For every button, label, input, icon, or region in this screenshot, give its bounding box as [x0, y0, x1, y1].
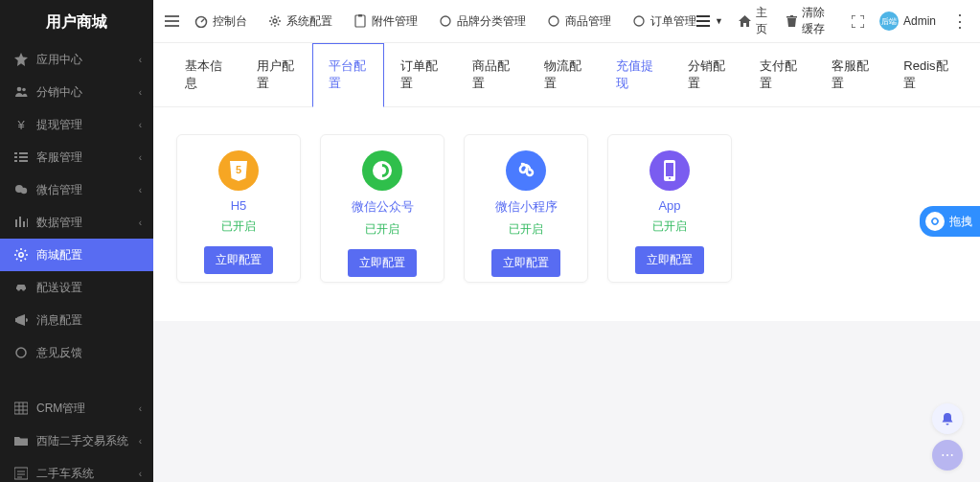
menu-dots-icon[interactable]: ⋮ — [951, 11, 969, 32]
sidebar-item-2[interactable]: ¥提现管理‹ — [0, 108, 153, 141]
yen-icon: ¥ — [13, 118, 29, 131]
svg-point-6 — [16, 348, 26, 357]
sidebar-item-3[interactable]: 客服管理‹ — [0, 141, 153, 173]
card-status: 已开启 — [509, 221, 543, 238]
topnav-item-3[interactable]: 品牌分类管理 — [439, 13, 526, 30]
tab-5[interactable]: 物流配置 — [528, 43, 600, 106]
bars-icon — [13, 216, 29, 229]
card-title: 微信公众号 — [352, 198, 414, 216]
topnav-item-4[interactable]: 商品管理 — [547, 13, 611, 30]
svg-text:5: 5 — [236, 164, 241, 175]
topnav-label: 系统配置 — [286, 13, 332, 30]
user-name: Admin — [903, 14, 936, 28]
platform-card-1: 微信公众号已开启立即配置 — [320, 134, 444, 283]
wechat-icon — [13, 183, 29, 196]
circleo-icon — [547, 14, 560, 28]
chevron-left-icon: ‹ — [139, 55, 142, 65]
sidebar-item-7[interactable]: 配送设置 — [0, 271, 153, 304]
tab-3[interactable]: 订单配置 — [384, 43, 456, 106]
sidebar-item-label: CRM管理 — [36, 401, 85, 417]
user-menu[interactable]: 后端 Admin — [879, 11, 936, 31]
tab-7[interactable]: 分销配置 — [672, 43, 743, 106]
users-icon — [13, 85, 29, 99]
tab-4[interactable]: 商品配置 — [456, 43, 528, 106]
sidebar-item-label: 客服管理 — [36, 149, 82, 166]
avatar: 后端 — [879, 11, 899, 31]
list-toggle-button[interactable]: ▼ — [696, 15, 723, 27]
svg-point-1 — [22, 88, 26, 92]
list-icon — [13, 150, 29, 164]
svg-point-13 — [441, 16, 450, 26]
content-area: 基本信息用户配置平台配置订单配置商品配置物流配置充值提现分销配置支付配置客服配置… — [153, 43, 980, 482]
hamburger-icon[interactable] — [165, 15, 179, 27]
platform-card-2: 微信小程序已开启立即配置 — [464, 134, 588, 283]
home-label: 主页 — [756, 5, 771, 37]
h5-icon: 5 — [218, 150, 259, 191]
sidebar-item-5[interactable]: 数据管理‹ — [0, 206, 153, 239]
clear-cache-button[interactable]: 清除缓存 — [786, 5, 836, 37]
topnav-label: 商品管理 — [565, 13, 611, 30]
configure-button[interactable]: 立即配置 — [204, 246, 273, 274]
sidebar-item-8[interactable]: 消息配置 — [0, 304, 153, 336]
chevron-left-icon: ‹ — [139, 120, 142, 130]
configure-button[interactable]: 立即配置 — [635, 246, 704, 274]
topnav-item-2[interactable]: 附件管理 — [353, 13, 418, 30]
grid-icon — [13, 402, 29, 415]
chevron-left-icon: ‹ — [139, 403, 142, 414]
link-icon — [925, 212, 945, 231]
cogs-icon — [13, 248, 29, 262]
clear-cache-label: 清除缓存 — [802, 5, 836, 37]
clip-icon — [353, 14, 367, 28]
circleo-icon — [439, 14, 452, 28]
home-link[interactable]: 主页 — [739, 5, 771, 37]
mini-icon — [506, 150, 546, 191]
chevron-left-icon: ‹ — [139, 87, 142, 98]
sidebar-item-11[interactable]: 西陆二手交易系统‹ — [0, 425, 153, 457]
sidebar: 用户商城 应用中心‹分销中心‹¥提现管理‹客服管理‹微信管理‹数据管理‹商城配置… — [0, 0, 153, 482]
sidebar-item-0[interactable]: 应用中心‹ — [0, 43, 153, 76]
notification-bell-button[interactable] — [932, 403, 963, 434]
tab-0[interactable]: 基本信息 — [169, 43, 240, 106]
drag-float-tag[interactable]: 拖拽 — [920, 206, 980, 237]
topnav-label: 附件管理 — [372, 13, 418, 30]
platform-card-3: App已开启立即配置 — [607, 134, 732, 283]
sidebar-item-label: 配送设置 — [36, 280, 82, 296]
sidebar-item-6[interactable]: 商城配置 — [0, 239, 153, 271]
sidebar-item-9[interactable]: 意见反馈 — [0, 336, 153, 369]
svg-rect-22 — [666, 163, 673, 176]
tab-2[interactable]: 平台配置 — [312, 43, 384, 107]
sidebar-item-label: 数据管理 — [36, 215, 82, 231]
sidebar-item-label: 二手车系统 — [36, 466, 94, 482]
card-title: App — [658, 198, 680, 213]
tab-1[interactable]: 用户配置 — [240, 43, 312, 106]
card-title: 微信小程序 — [495, 198, 558, 216]
svg-point-0 — [17, 87, 22, 92]
configure-button[interactable]: 立即配置 — [491, 249, 560, 277]
expand-icon[interactable] — [852, 15, 864, 28]
chat-float-button[interactable]: ⋯ — [932, 440, 963, 471]
list2-icon — [13, 467, 29, 480]
sidebar-item-label: 商城配置 — [36, 247, 82, 264]
sidebar-item-4[interactable]: 微信管理‹ — [0, 173, 153, 206]
sidebar-item-12[interactable]: 二手车系统‹ — [0, 457, 153, 482]
svg-point-14 — [549, 16, 558, 26]
sidebar-item-10[interactable]: CRM管理‹ — [0, 392, 153, 425]
svg-point-4 — [21, 188, 27, 194]
configure-button[interactable]: 立即配置 — [348, 249, 417, 277]
trash-icon — [786, 15, 797, 27]
topnav-item-1[interactable]: 系统配置 — [268, 13, 332, 30]
tab-8[interactable]: 支付配置 — [743, 43, 815, 106]
sidebar-item-label: 微信管理 — [36, 182, 82, 198]
svg-text:¥: ¥ — [16, 118, 25, 131]
tab-10[interactable]: Redis配置 — [887, 43, 965, 106]
topnav-item-0[interactable]: 控制台 — [194, 13, 247, 30]
home-icon — [739, 15, 751, 27]
sidebar-item-label: 应用中心 — [36, 52, 82, 68]
tab-6[interactable]: 充值提现 — [600, 43, 672, 106]
topnav-label: 品牌分类管理 — [457, 13, 526, 30]
tab-9[interactable]: 客服配置 — [815, 43, 887, 106]
sidebar-item-label: 西陆二手交易系统 — [36, 433, 128, 449]
sidebar-item-1[interactable]: 分销中心‹ — [0, 76, 153, 108]
topnav-item-5[interactable]: 订单管理 — [632, 13, 696, 30]
config-tabs: 基本信息用户配置平台配置订单配置商品配置物流配置充值提现分销配置支付配置客服配置… — [153, 43, 980, 107]
